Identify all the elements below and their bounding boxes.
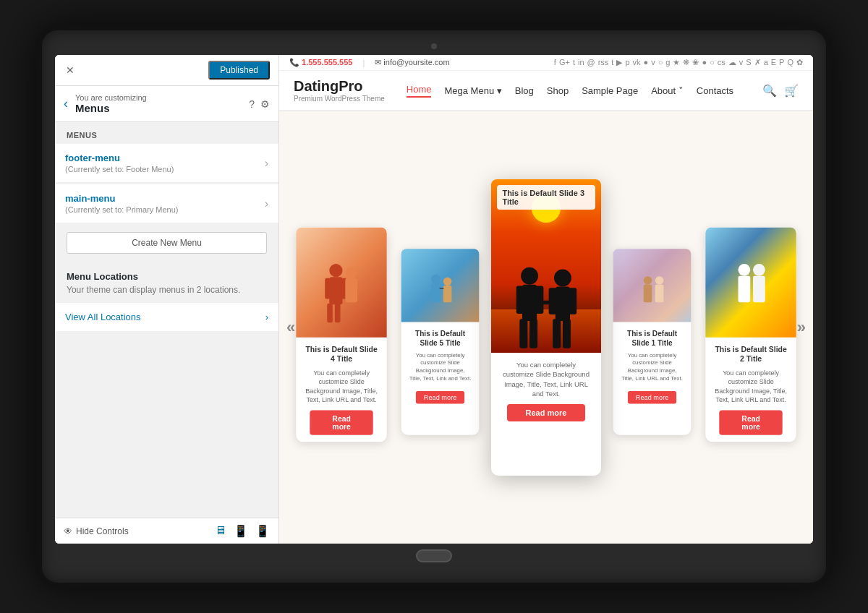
slide2-image [705, 228, 796, 338]
desktop-icon[interactable]: 🖥 [215, 524, 226, 538]
site-logo-tagline: Premium WordPress Theme [294, 95, 385, 103]
slide1-image [613, 249, 691, 322]
hide-controls-button[interactable]: 👁 Hide Controls [64, 526, 129, 536]
svg-rect-31 [738, 276, 750, 302]
main-menu-item[interactable]: main-menu (Currently set to: Primary Men… [55, 184, 278, 223]
nav-home[interactable]: Home [407, 84, 432, 98]
slide-card-5: This is Default Slide 5 Title You can co… [401, 249, 480, 435]
q-icon[interactable]: Q [787, 58, 793, 67]
svg-rect-15 [516, 286, 524, 314]
slider-next-button[interactable]: » [797, 318, 806, 337]
search-icon[interactable]: 🔍 [762, 84, 777, 98]
linkedin-icon[interactable]: in [578, 58, 584, 67]
slide4-btn[interactable]: Read more [310, 410, 373, 434]
customizer-header-icons: ? ⚙ [249, 98, 270, 110]
vine-icon[interactable]: v [651, 58, 655, 67]
view-all-locations-button[interactable]: View All Locations › [55, 302, 278, 331]
svg-rect-20 [556, 286, 570, 321]
slide3-btn[interactable]: Read more [507, 404, 585, 421]
svg-rect-7 [345, 278, 357, 302]
pinterest-icon[interactable]: p [625, 58, 629, 67]
instagram-icon[interactable]: @ [587, 58, 595, 67]
hide-controls-label: Hide Controls [76, 526, 129, 536]
back-button[interactable]: ‹ [64, 96, 68, 111]
svg-rect-27 [643, 285, 652, 302]
footer-menu-name: footer-menu [65, 153, 174, 163]
twitter-icon[interactable]: t [573, 58, 575, 67]
tablet-icon[interactable]: 📱 [234, 524, 248, 538]
tumblr-icon[interactable]: t [611, 58, 613, 67]
help-icon[interactable]: ? [249, 98, 255, 110]
slide5-title: This is Default Slide 5 Title [409, 329, 472, 348]
footer-menu-item[interactable]: footer-menu (Currently set to: Footer Me… [55, 144, 278, 183]
cs-icon[interactable]: cs [718, 58, 726, 67]
social-icons: f G+ t in @ rss t ▶ p vk ● v ○ g ★ ❋ ❀ [554, 58, 803, 67]
skype-icon[interactable]: S [746, 58, 751, 67]
view-all-arrow: › [265, 312, 268, 322]
svg-rect-22 [569, 288, 576, 314]
svg-point-8 [431, 275, 441, 284]
eye-icon: 👁 [64, 526, 72, 536]
svg-rect-33 [753, 276, 765, 302]
facebook-icon[interactable]: f [554, 58, 556, 67]
nav-blog[interactable]: Blog [515, 85, 534, 96]
nav-contacts[interactable]: Contacts [697, 85, 733, 96]
customizer-title-area: You are customizing Menus [75, 93, 249, 114]
nav-sample-page[interactable]: Sample Page [582, 85, 638, 96]
circle2-icon: ○ [710, 58, 715, 67]
svg-rect-16 [535, 286, 543, 314]
p2-icon[interactable]: P [779, 58, 784, 67]
slide2-desc: You can completely customize Slide Backg… [713, 368, 788, 405]
svg-point-32 [753, 264, 765, 276]
slider-prev-button[interactable]: « [286, 318, 295, 337]
soundcloud-icon[interactable]: ☁ [728, 58, 736, 67]
nav-about[interactable]: About ˅ [651, 85, 684, 96]
site-logo: DatingPro Premium WordPress Theme [294, 78, 385, 103]
customizer-footer: 👁 Hide Controls 🖥 📱 📱 [55, 518, 278, 544]
svg-point-10 [443, 277, 452, 286]
x-icon[interactable]: ✗ [754, 58, 761, 67]
site-topbar: 📞 1.555.555.555 | ✉ info@yoursite.com f … [279, 55, 813, 71]
slide1-btn[interactable]: Read more [627, 391, 676, 403]
slide3-title-overlay: This is Default Slide 3 Title [497, 185, 595, 210]
svg-rect-1 [329, 277, 342, 304]
slide5-image [401, 249, 480, 322]
slide4-title: This is Default Slide 4 Title [305, 344, 379, 364]
vk-icon[interactable]: vk [633, 58, 641, 67]
slide3-image: This is Default Slide 3 Title [491, 179, 600, 353]
slide5-btn[interactable]: Read more [416, 391, 465, 403]
v2-icon[interactable]: v [739, 58, 744, 67]
star-icon: ★ [673, 58, 680, 67]
slide4-desc: You can completely customize Slide Backg… [305, 368, 379, 405]
svg-point-0 [329, 264, 342, 277]
e-icon[interactable]: E [771, 58, 776, 67]
close-button[interactable]: ✕ [64, 64, 77, 77]
create-new-menu-button[interactable]: Create New Menu [67, 232, 267, 254]
youtube-icon[interactable]: ▶ [616, 58, 622, 67]
g-icon[interactable]: g [665, 58, 670, 67]
googleplus-icon[interactable]: G+ [559, 58, 570, 67]
tablet-home-button[interactable] [416, 549, 452, 562]
customizing-label: You are customizing [75, 93, 249, 102]
nav-icons: 🔍 🛒 [762, 84, 799, 98]
rss-icon[interactable]: rss [598, 58, 609, 67]
nav-shop[interactable]: Shop [547, 85, 569, 96]
published-button[interactable]: Published [208, 61, 270, 80]
tablet-camera [431, 43, 437, 49]
yelp-icon[interactable]: ✿ [796, 58, 803, 67]
svg-rect-9 [431, 284, 441, 303]
mobile-icon[interactable]: 📱 [255, 524, 270, 538]
settings-icon[interactable]: ⚙ [260, 98, 270, 110]
customizer-body: Menus footer-menu (Currently set to: Foo… [55, 122, 278, 518]
svg-point-19 [554, 270, 571, 287]
slider-area: « [279, 111, 813, 544]
nav-mega-menu[interactable]: Mega Menu ▾ [444, 85, 501, 96]
menu-locations-title: Menu Locations [67, 271, 267, 282]
svg-point-13 [521, 267, 538, 285]
website-preview: 📞 1.555.555.555 | ✉ info@yoursite.com f … [279, 55, 813, 544]
slide3-desc: You can completely customize Slide Backg… [500, 360, 592, 398]
slide2-btn[interactable]: Read more [719, 410, 782, 434]
amazon-icon[interactable]: a [764, 58, 768, 67]
menu-locations-section: Menu Locations Your theme can display me… [55, 262, 278, 295]
cart-icon[interactable]: 🛒 [784, 84, 799, 98]
